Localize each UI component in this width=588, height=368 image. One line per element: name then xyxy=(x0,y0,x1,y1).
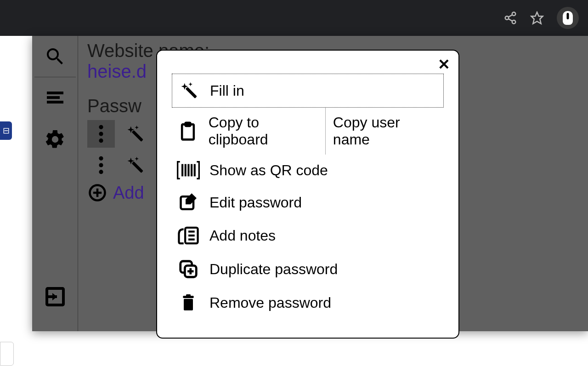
menu-label: Edit password xyxy=(209,194,302,211)
svg-rect-27 xyxy=(187,164,189,177)
wand-icon xyxy=(177,80,201,101)
menu-label: Remove password xyxy=(209,294,331,311)
menu-label: Duplicate password xyxy=(209,261,338,278)
svg-rect-29 xyxy=(194,164,196,177)
svg-rect-43 xyxy=(186,294,191,297)
menu-fill-in[interactable]: Fill in xyxy=(172,74,444,108)
clipboard-icon xyxy=(176,121,199,141)
duplicate-icon xyxy=(176,259,200,280)
svg-point-8 xyxy=(99,125,103,129)
side-tab[interactable]: ⊟ xyxy=(0,121,12,140)
menu-duplicate-password[interactable]: Duplicate password xyxy=(172,252,444,286)
menu-copy-username[interactable]: Copy user name xyxy=(326,108,444,155)
svg-rect-11 xyxy=(132,130,143,142)
svg-rect-15 xyxy=(132,161,143,173)
share-icon[interactable] xyxy=(503,11,517,25)
star-icon[interactable] xyxy=(530,11,544,25)
menu-copy-clipboard[interactable]: Copy to clipboard xyxy=(172,108,326,155)
svg-point-12 xyxy=(99,156,103,161)
svg-rect-28 xyxy=(191,164,192,177)
menu-label: Show as QR code xyxy=(209,162,328,179)
settings-button[interactable] xyxy=(34,119,76,160)
more-icon[interactable] xyxy=(87,120,115,148)
svg-rect-31 xyxy=(197,161,200,162)
menu-remove-password[interactable]: Remove password xyxy=(172,286,444,319)
svg-point-10 xyxy=(99,138,103,143)
wand-icon[interactable] xyxy=(121,120,149,148)
menu-label: Copy user name xyxy=(333,114,436,148)
search-button[interactable] xyxy=(34,36,76,77)
extension-icon[interactable] xyxy=(557,7,579,29)
svg-rect-25 xyxy=(181,164,183,177)
svg-point-13 xyxy=(99,163,103,167)
plus-circle-icon xyxy=(87,183,107,203)
svg-marker-5 xyxy=(531,12,543,24)
svg-rect-32 xyxy=(197,178,200,179)
add-label: Add xyxy=(113,183,144,203)
svg-rect-22 xyxy=(177,161,178,179)
svg-rect-23 xyxy=(177,161,180,162)
menu-label: Copy to clipboard xyxy=(209,114,318,148)
wand-icon[interactable] xyxy=(121,151,149,179)
popup-siderail xyxy=(32,36,78,331)
notes-icon xyxy=(176,225,200,246)
svg-rect-24 xyxy=(177,178,180,179)
svg-point-0 xyxy=(512,12,516,16)
svg-rect-30 xyxy=(198,161,200,179)
context-menu: ✕ Fill in Copy to clipboard Copy user na… xyxy=(156,50,459,339)
menu-edit-password[interactable]: Edit password xyxy=(172,186,444,219)
page-background: ⊟ xyxy=(0,36,32,368)
browser-toolbar xyxy=(0,0,588,36)
menu-label: Fill in xyxy=(210,82,244,99)
list-button[interactable] xyxy=(34,77,76,119)
svg-line-3 xyxy=(509,15,513,17)
svg-rect-21 xyxy=(185,123,190,126)
svg-point-14 xyxy=(99,170,103,174)
svg-line-4 xyxy=(509,19,513,21)
menu-label: Add notes xyxy=(209,227,276,244)
svg-rect-44 xyxy=(184,299,193,310)
menu-show-qr[interactable]: Show as QR code xyxy=(172,155,444,186)
close-icon[interactable]: ✕ xyxy=(438,57,450,72)
logout-button[interactable] xyxy=(34,276,76,317)
svg-point-2 xyxy=(512,20,516,24)
menu-add-notes[interactable]: Add notes xyxy=(172,219,444,252)
svg-rect-19 xyxy=(186,87,197,98)
edit-icon xyxy=(176,192,200,213)
svg-point-9 xyxy=(99,132,103,136)
page-input-1[interactable] xyxy=(0,342,14,366)
svg-point-1 xyxy=(505,16,509,20)
barcode-icon xyxy=(176,161,200,179)
svg-rect-26 xyxy=(185,164,187,177)
more-icon[interactable] xyxy=(87,151,115,179)
trash-icon xyxy=(176,293,200,313)
